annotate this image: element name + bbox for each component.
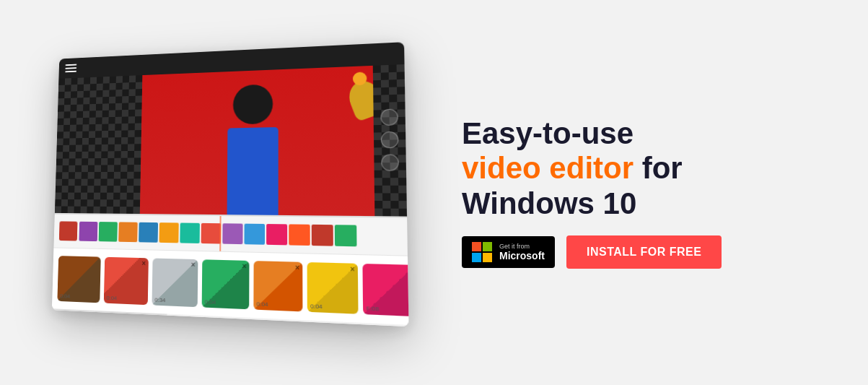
headline-line3: Windows 10: [462, 186, 636, 220]
timeline-cell: [79, 221, 97, 241]
close-icon-3[interactable]: ×: [191, 260, 196, 268]
media-thumb-2[interactable]: × 0:04: [104, 256, 149, 304]
ms-logo-yellow: [483, 253, 492, 262]
ms-store-name: Microsoft: [499, 250, 545, 261]
video-main-frame: [140, 65, 375, 215]
page-wrapper: 0:04 × 0:04 × 0:34 × 0:04 × 0:04: [0, 0, 868, 385]
close-icon-2[interactable]: ×: [141, 259, 146, 267]
hamburger-menu-icon: [65, 64, 76, 72]
duration-label-7: F:08: [366, 305, 379, 313]
add-icon: [222, 326, 235, 326]
timeline-cell: [266, 224, 287, 245]
headline-line1: Easy-to-use: [462, 116, 634, 150]
duration-label-5: 0:04: [257, 300, 268, 308]
media-thumb-6[interactable]: × 0:04: [307, 261, 359, 313]
timeline-cell: [99, 222, 118, 242]
timeline-cell: [312, 224, 333, 246]
video-preview-area: [55, 64, 407, 217]
main-headline: Easy-to-use video editor for Windows 10: [462, 116, 825, 221]
app-screenshot: 0:04 × 0:04 × 0:34 × 0:04 × 0:04: [43, 48, 418, 337]
duration-label-2: 0:04: [107, 294, 118, 300]
side-control-btn-1[interactable]: [380, 108, 398, 125]
settings-icon: [144, 322, 157, 326]
screenshot-window: 0:04 × 0:04 × 0:34 × 0:04 × 0:04: [52, 42, 409, 326]
ms-logo-blue: [472, 253, 481, 262]
timeline-cell: [118, 222, 138, 242]
video-left-checker: [55, 75, 142, 214]
timeline-cell: [201, 222, 222, 243]
timeline-cell: [222, 223, 242, 244]
close-icon-5[interactable]: ×: [295, 263, 299, 272]
media-thumb-3[interactable]: × 0:34: [152, 258, 198, 307]
timeline-playhead: [219, 216, 221, 251]
duration-label-1: 0:04: [60, 293, 70, 299]
cta-area: Get it from Microsoft INSTALL FOR FREE: [462, 235, 825, 269]
microsoft-logo: [472, 242, 492, 262]
timeline-cell: [159, 222, 179, 243]
toolbar-item-effects[interactable]: Effects: [187, 324, 202, 326]
close-icon-7[interactable]: ×: [407, 266, 408, 274]
headline-highlight: video editor: [462, 151, 634, 185]
musician-figure: [140, 65, 375, 215]
media-thumb-4[interactable]: × 0:04: [202, 259, 250, 309]
timeline-cell: [335, 225, 357, 246]
timeline-strip: [79, 221, 400, 247]
effects-icon: [188, 324, 201, 326]
media-thumb-7[interactable]: × F:08: [362, 263, 408, 316]
headline-line2-rest: for: [634, 151, 683, 185]
corner-badge: [353, 72, 367, 85]
toolbar-item-project-settings[interactable]: Project Settings: [133, 321, 167, 326]
duration-label-4: 0:04: [205, 298, 216, 306]
duration-label-6: 0:04: [310, 303, 323, 310]
ms-get-it-label: Get it from: [499, 243, 545, 250]
media-thumb-5[interactable]: × 0:04: [253, 261, 302, 311]
side-control-btn-2[interactable]: [381, 131, 399, 147]
install-for-free-button[interactable]: INSTALL FOR FREE: [566, 235, 722, 269]
duration-label-3: 0:34: [154, 296, 165, 303]
media-thumb-1[interactable]: 0:04: [57, 256, 100, 303]
timeline-main-thumb: [59, 221, 78, 241]
jacket: [227, 126, 279, 215]
ms-text-block: Get it from Microsoft: [499, 243, 545, 261]
toolbar-item-add[interactable]: Add: [222, 326, 235, 326]
side-control-btn-3[interactable]: [381, 154, 399, 170]
timeline-cell: [289, 224, 310, 246]
ms-logo-green: [483, 242, 492, 251]
head: [233, 84, 273, 124]
timeline-cell: [244, 223, 265, 244]
close-icon-4[interactable]: ×: [242, 261, 246, 269]
media-tray: 0:04 × 0:04 × 0:34 × 0:04 × 0:04: [52, 247, 409, 324]
microsoft-store-badge[interactable]: Get it from Microsoft: [462, 236, 555, 268]
ms-logo-red: [472, 242, 481, 251]
timeline-cell: [139, 222, 158, 242]
video-right-panel: [373, 64, 407, 217]
text-content: Easy-to-use video editor for Windows 10 …: [462, 116, 825, 269]
close-icon-6[interactable]: ×: [350, 264, 355, 273]
timeline-cell: [180, 222, 200, 243]
